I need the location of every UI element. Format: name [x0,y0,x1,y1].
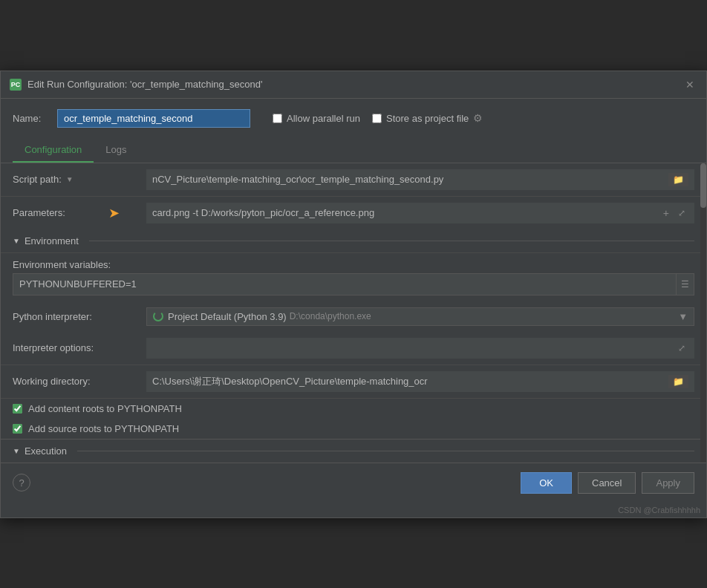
script-path-row: Script path: ▼ nCV_Picture\temple-matchi… [1,163,706,197]
script-path-value: nCV_Picture\temple-matching_ocr\ocr_temp… [146,169,694,190]
python-interpreter-select[interactable]: Project Default (Python 3.9) D:\conda\py… [146,307,694,326]
working-directory-label: Working directory: [13,376,146,387]
dialog: PC Edit Run Configuration: 'ocr_temple_m… [0,71,707,518]
name-row: Name: Allow parallel run Store as projec… [1,99,706,138]
action-buttons: OK Cancel Apply [521,472,694,494]
store-as-project-label[interactable]: Store as project file [386,113,469,124]
allow-parallel-item: Allow parallel run [273,113,360,124]
env-variables-input[interactable] [13,273,677,295]
interpreter-path: D:\conda\python.exe [290,311,371,321]
parameters-expand-button[interactable]: ⤢ [675,207,688,219]
add-content-roots-row: Add content roots to PYTHONPATH [1,399,706,419]
interpreter-options-value: ⤢ [146,338,694,359]
parameters-row: Parameters: ➤ card.png -t D:/works/pyton… [1,197,706,229]
execution-label: Execution [25,445,67,457]
working-directory-value: C:\Users\谢正琦\Desktop\OpenCV_Picture\temp… [146,371,694,392]
script-path-browse-button[interactable]: 📁 [668,173,688,186]
store-as-project-item: Store as project file ⚙ [372,112,483,124]
parameters-value: card.png -t D:/works/pyton_pic/ocr_a_ref… [146,203,694,223]
ok-button[interactable]: OK [521,472,572,494]
interpreter-name: Project Default (Python 3.9) [168,311,287,322]
section-divider [89,241,694,241]
python-interpreter-row: Python interpreter: Project Default (Pyt… [1,301,706,332]
env-browse-button[interactable]: ☰ [677,273,694,295]
add-source-roots-label[interactable]: Add source roots to PYTHONPATH [28,423,179,434]
tab-configuration[interactable]: Configuration [13,138,94,163]
allow-parallel-checkbox[interactable] [273,114,282,123]
add-content-roots-label[interactable]: Add content roots to PYTHONPATH [28,403,182,414]
content-area: Script path: ▼ nCV_Picture\temple-matchi… [1,163,706,463]
environment-label: Environment [25,235,79,246]
params-actions: + ⤢ [660,207,688,219]
arrow-indicator: ➤ [108,205,120,221]
bottom-bar: ? OK Cancel Apply [1,463,706,503]
interpreter-info: Project Default (Python 3.9) D:\conda\py… [153,311,371,322]
interpreter-options-expand-button[interactable]: ⤢ [675,343,688,353]
script-path-dropdown-arrow[interactable]: ▼ [66,175,74,183]
interpreter-options-row: Interpreter options: ⤢ [1,332,706,365]
env-variables-label: Environment variables: [13,253,694,273]
interpreter-options-label: Interpreter options: [13,342,146,353]
add-content-roots-checkbox[interactable] [13,404,22,414]
python-icon [153,311,163,321]
watermark: CSDN @Crabfishhhhh [1,503,706,517]
interpreter-dropdown-arrow: ▼ [678,311,688,322]
name-label: Name: [13,113,50,124]
title-bar: PC Edit Run Configuration: 'ocr_temple_m… [1,71,706,99]
gear-icon[interactable]: ⚙ [473,112,483,124]
close-button[interactable]: ✕ [682,77,697,92]
python-interpreter-label: Python interpreter: [13,311,146,322]
store-as-project-checkbox[interactable] [372,114,382,123]
parameters-add-button[interactable]: + [660,207,672,219]
environment-section-header[interactable]: ▼ Environment [1,229,706,253]
working-directory-row: Working directory: C:\Users\谢正琦\Desktop\… [1,365,706,399]
execution-divider [77,451,694,451]
help-button[interactable]: ? [13,474,30,491]
tab-logs[interactable]: Logs [94,138,138,163]
dialog-title: Edit Run Configuration: 'ocr_temple_matc… [27,79,262,90]
env-input-row: ☰ [13,273,694,295]
execution-collapse-icon: ▼ [13,447,20,455]
add-source-roots-checkbox[interactable] [13,424,22,434]
add-source-roots-row: Add source roots to PYTHONPATH [1,419,706,439]
title-bar-left: PC Edit Run Configuration: 'ocr_temple_m… [10,79,262,91]
environment-collapse-icon: ▼ [13,237,20,245]
tabs-bar: Configuration Logs [1,138,706,163]
execution-section-header[interactable]: ▼ Execution [1,439,706,463]
name-input[interactable] [57,109,250,128]
apply-button[interactable]: Apply [642,472,694,494]
app-icon: PC [10,79,22,91]
script-path-label: Script path: ▼ [13,174,146,185]
checkbox-group: Allow parallel run Store as project file… [273,112,483,124]
working-directory-browse-button[interactable]: 📁 [668,375,688,388]
allow-parallel-label[interactable]: Allow parallel run [287,113,360,124]
parameters-label: Parameters: [13,207,146,218]
cancel-button[interactable]: Cancel [578,472,636,494]
environment-section: Environment variables: ☰ [1,253,706,301]
